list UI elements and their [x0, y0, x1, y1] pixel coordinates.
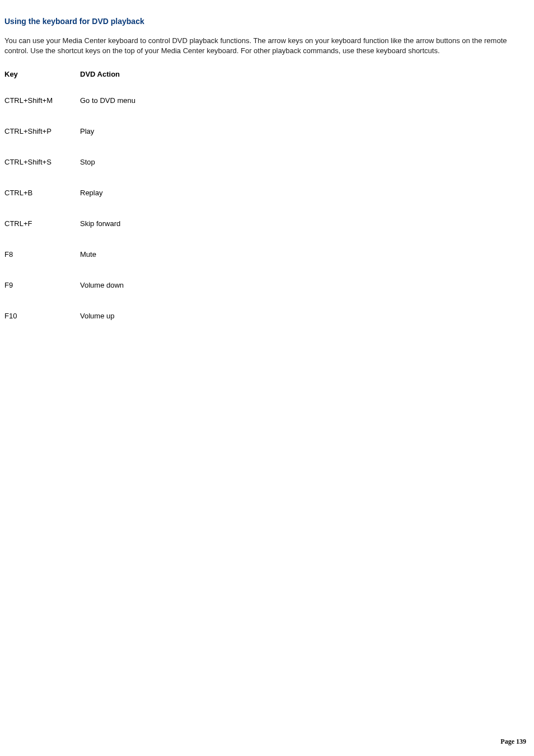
header-action: DVD Action [80, 70, 135, 96]
cell-action: Volume down [80, 281, 135, 312]
page-label: Page [500, 738, 516, 745]
table-row: CTRL+B Replay [4, 189, 135, 219]
cell-key: CTRL+F [4, 219, 80, 250]
table-row: CTRL+F Skip forward [4, 219, 135, 250]
cell-action: Skip forward [80, 219, 135, 250]
cell-key: CTRL+B [4, 189, 80, 219]
table-row: F9 Volume down [4, 281, 135, 312]
header-key: Key [4, 70, 80, 96]
page-footer: Page 139 [500, 738, 526, 746]
page-number: 139 [516, 738, 526, 745]
cell-key: CTRL+Shift+M [4, 96, 80, 127]
cell-action: Mute [80, 250, 135, 281]
table-row: CTRL+Shift+M Go to DVD menu [4, 96, 135, 127]
shortcuts-table: Key DVD Action CTRL+Shift+M Go to DVD me… [4, 70, 135, 342]
section-heading: Using the keyboard for DVD playback [4, 17, 530, 26]
cell-key: F10 [4, 312, 80, 342]
cell-action: Go to DVD menu [80, 96, 135, 127]
cell-action: Replay [80, 189, 135, 219]
table-header-row: Key DVD Action [4, 70, 135, 96]
table-row: CTRL+Shift+S Stop [4, 158, 135, 189]
table-row: F8 Mute [4, 250, 135, 281]
cell-key: F9 [4, 281, 80, 312]
cell-action: Stop [80, 158, 135, 189]
table-row: F10 Volume up [4, 312, 135, 342]
cell-key: F8 [4, 250, 80, 281]
intro-paragraph: You can use your Media Center keyboard t… [4, 36, 530, 55]
cell-key: CTRL+Shift+S [4, 158, 80, 189]
cell-key: CTRL+Shift+P [4, 127, 80, 158]
table-row: CTRL+Shift+P Play [4, 127, 135, 158]
cell-action: Play [80, 127, 135, 158]
cell-action: Volume up [80, 312, 135, 342]
